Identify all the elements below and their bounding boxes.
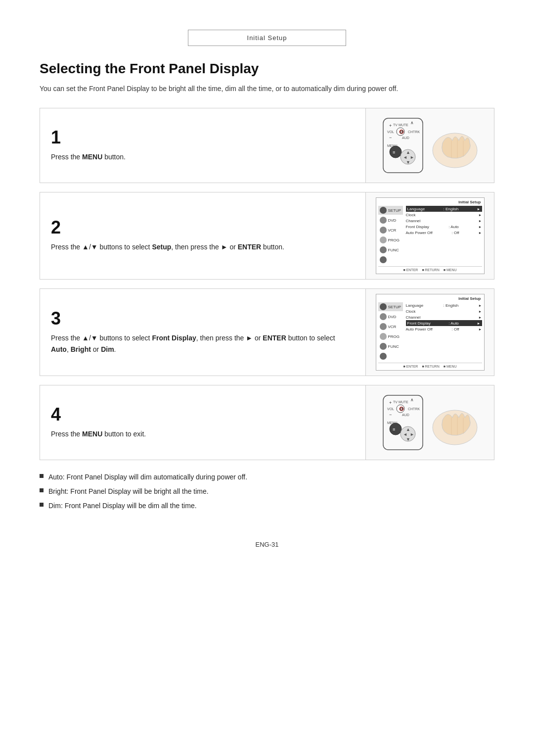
sidebar-func-label: FUNC [388,248,399,252]
step-1-number: 1 [51,129,355,146]
bullet-auto-text: Auto: Front Panel Display will dim autom… [48,472,247,482]
svg-text:►: ► [410,155,414,160]
sidebar-prog-label: PROG [388,238,400,242]
menu-row-frontdisplay: Front Display: Auto► [406,224,482,230]
svg-text:CHTRK: CHTRK [408,407,420,411]
step-1-illustration: + TV MUTE ∧ VOL 🔇 CHTRK − AUD MENU ≡ ▲ ◄… [365,108,494,183]
svg-text:◄: ◄ [403,432,407,437]
step-4-left: 4 Press the MENU button to exit. [40,385,365,460]
setup-icon-3 [380,303,387,310]
menu-footer-3: ■ ENTER ■ RETURN ■ MENU [378,363,482,368]
sidebar-func: FUNC [378,245,403,254]
step-2-left: 2 Press the ▲/▼ buttons to select Setup,… [40,192,365,279]
step-3-number: 3 [51,310,355,328]
svg-text:◄: ◄ [403,155,407,160]
step-1-text: Press the MENU button. [51,151,355,162]
bullet-auto-icon [40,474,44,478]
dvd-icon [380,217,387,224]
sidebar-setup-label: SETUP [388,208,401,213]
sidebar-setup-3: SETUP [378,302,403,311]
svg-text:≡: ≡ [393,427,395,432]
svg-text:+: + [389,400,392,405]
step-3: 3 Press the ▲/▼ buttons to select Front … [40,288,494,376]
menu-sidebar-3: SETUP DVD VCR PROG [378,302,403,361]
menu-row-language: Language: English► [406,206,482,212]
step-2: 2 Press the ▲/▼ buttons to select Setup,… [40,192,494,280]
bullet-list: Auto: Front Panel Display will dim autom… [40,472,494,511]
intro-text: You can set the Front Panel Display to b… [40,84,485,94]
menu-row-clock-3: Clock► [406,308,482,314]
footer-enter-3: ■ ENTER [403,365,418,368]
menu-screen-2: Initial Setup SETUP DVD VCR [376,197,485,274]
svg-text:🔇: 🔇 [399,129,404,134]
sidebar-dvd-3: DVD [378,312,403,321]
svg-text:VOL: VOL [387,407,394,411]
svg-text:TV MUTE: TV MUTE [393,123,408,127]
svg-text:▼: ▼ [406,437,410,442]
dvd-icon-3 [380,313,387,320]
vcr-icon-3 [380,323,387,330]
svg-text:≡: ≡ [393,150,395,155]
step-3-left: 3 Press the ▲/▼ buttons to select Front … [40,289,365,376]
svg-text:−: − [389,412,392,417]
net-icon-3 [380,353,387,360]
svg-point-11 [390,146,401,158]
svg-text:VOL: VOL [387,130,394,134]
sidebar-vcr-label-3: VCR [388,325,397,329]
page-title: Selecting the Front Panel Display [40,61,494,77]
svg-text:∧: ∧ [410,120,414,125]
svg-text:−: − [389,135,392,140]
func-icon-3 [380,343,387,350]
setup-icon [380,207,387,214]
sidebar-vcr: VCR [378,226,403,235]
svg-text:▲: ▲ [406,150,410,155]
menu-content-3: Language: English► Clock► Channel► Front… [403,302,482,361]
footer-return-3: ■ RETURN [422,365,439,368]
menu-row-language-3: Language: English► [406,302,482,308]
sidebar-func-label-3: FUNC [388,344,399,349]
sidebar-dvd-label: DVD [388,218,397,223]
svg-text:TV MUTE: TV MUTE [393,400,408,404]
menu-row-autopoweroff: Auto Power Off: Off► [406,230,482,236]
svg-text:+: + [389,123,392,128]
step-2-text: Press the ▲/▼ buttons to select Setup, t… [51,241,355,252]
svg-text:🔇: 🔇 [399,406,404,411]
sidebar-net [378,255,403,264]
net-icon [380,256,387,263]
sidebar-dvd: DVD [378,216,403,225]
step-3-text: Press the ▲/▼ buttons to select Front Di… [51,332,355,355]
page-footer: ENG-31 [40,541,494,548]
svg-text:AUD: AUD [402,413,409,417]
step-1-left: 1 Press the MENU button. [40,108,365,183]
bullet-auto: Auto: Front Panel Display will dim autom… [40,472,494,482]
sidebar-setup-label-3: SETUP [388,305,401,309]
sidebar-prog: PROG [378,236,403,244]
svg-text:∧: ∧ [410,397,414,402]
step-2-illustration: Initial Setup SETUP DVD VCR [365,192,494,279]
sidebar-prog-3: PROG [378,332,403,341]
svg-point-33 [390,423,401,435]
prog-icon-3 [380,333,387,340]
prog-icon [380,236,387,243]
svg-text:▲: ▲ [406,427,410,432]
sidebar-net-3 [378,352,403,361]
bullet-dim-text: Dim: Front Panel Display will be dim all… [48,501,197,511]
sidebar-vcr-3: VCR [378,322,403,331]
sidebar-vcr-label: VCR [388,228,397,233]
sidebar-dvd-label-3: DVD [388,315,397,319]
footer-return: ■ RETURN [422,268,439,272]
step-4-text: Press the MENU button to exit. [51,428,355,439]
bullet-dim-icon [40,503,44,507]
func-icon [380,246,387,253]
svg-text:CHTRK: CHTRK [408,130,420,134]
menu-row-frontdisplay-3: Front Display: Auto► [406,320,482,326]
menu-row-autopoweroff-3: Auto Power Off: Off► [406,326,482,332]
svg-text:▼: ▼ [406,160,410,165]
menu-sidebar-2: SETUP DVD VCR PROG [378,206,403,264]
sidebar-prog-label-3: PROG [388,334,400,339]
remote-illustration-4: + TV MUTE ∧ VOL 🔇 CHTRK − AUD MENU ≡ ▲ ◄… [378,390,482,455]
menu-row-clock: Clock► [406,212,482,218]
menu-screen-3: Initial Setup SETUP DVD VCR [376,294,485,371]
menu-content-2: Language: English► Clock► Channel► Front… [403,206,482,264]
step-4-illustration: + TV MUTE ∧ VOL 🔇 CHTRK − AUD MENU ≡ ▲ ◄… [365,385,494,460]
